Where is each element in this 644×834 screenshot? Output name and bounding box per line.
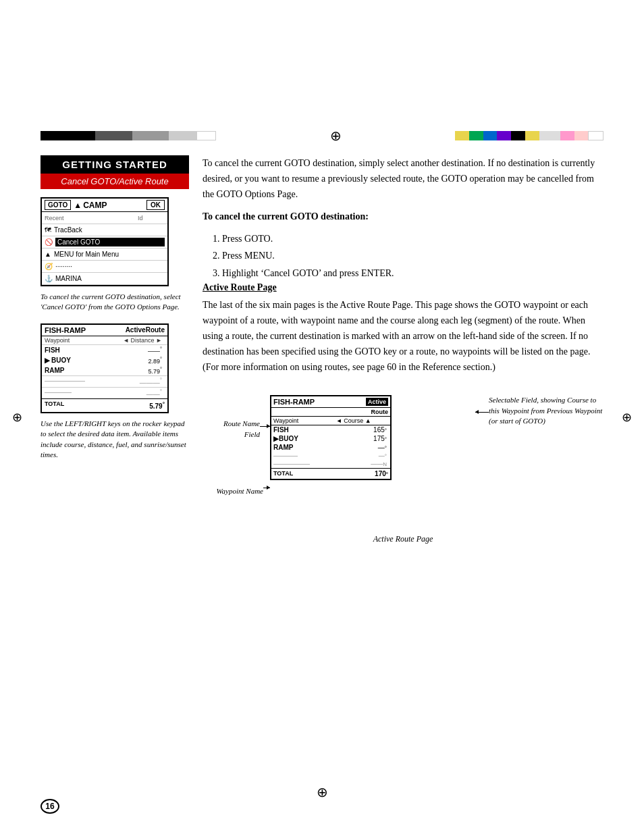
annotation-waypoint-name: Waypoint Name xyxy=(203,486,263,496)
rb9 xyxy=(574,131,589,140)
bar-black xyxy=(41,131,95,140)
marina-item[interactable]: MARINA xyxy=(55,275,82,282)
rb2 xyxy=(469,131,483,140)
arrow-line-selectable xyxy=(475,412,489,413)
bar-dark xyxy=(95,131,132,140)
ok-button[interactable]: OK xyxy=(146,200,165,210)
buoy-row-left: ▶▶BUOYBUOY 2.89° xyxy=(42,355,167,365)
tracback-item[interactable]: TracBack xyxy=(54,226,82,234)
active-route-paragraph: The last of the six main pages is the Ac… xyxy=(203,297,603,375)
total-label-left: TOTAL xyxy=(45,400,149,410)
left-caption-2: Use the LEFT/RIGHT keys on the rocker ke… xyxy=(41,419,189,461)
gd-ramp-wp: RAMP xyxy=(273,444,336,451)
rb4 xyxy=(497,131,511,140)
active-route-screen-left: FISH-RAMP Active Route Waypoint ◄ Distan… xyxy=(41,323,169,413)
camp-icon: ▲ xyxy=(74,201,82,210)
annotation-route-name: Route Name Field xyxy=(203,419,260,440)
intro-paragraph: To cancel the current GOTO destination, … xyxy=(203,155,603,202)
gd-fish-val: 165° xyxy=(336,426,388,434)
rb6 xyxy=(525,131,539,140)
compass-item: ········· xyxy=(55,263,72,270)
fish-wp-left: FISH xyxy=(45,346,109,354)
route-header-left: FISH-RAMP Active Route xyxy=(42,325,167,336)
page-number: 16 xyxy=(41,799,59,814)
compass-icon: 🧭 xyxy=(45,263,53,270)
fish-dist-left: ——° xyxy=(109,346,165,355)
gd-active-badge: Active xyxy=(366,398,388,406)
tracback-row: 🗺 TracBack xyxy=(42,224,167,236)
id-label: Id xyxy=(138,215,165,221)
step-2: Press MENU. xyxy=(213,248,603,263)
anchor-icon: ⚓ xyxy=(45,275,53,282)
goto-header-row: GOTO ▲ CAMP OK xyxy=(42,199,167,212)
goto-label: GOTO xyxy=(45,200,71,210)
camp-text: CAMP xyxy=(83,201,146,210)
top-crosshair: ⊕ xyxy=(330,128,342,144)
triangle-icon: ▲ xyxy=(45,251,51,258)
diagram-area: Route Name Field Waypoint Name Selectabl… xyxy=(203,382,603,530)
cancel-goto-item[interactable]: Cancel GOTO xyxy=(55,238,165,246)
gd-total-row: TOTAL 170° xyxy=(271,468,390,479)
fish-row-left: FISH ——° xyxy=(42,345,167,355)
left-color-bars xyxy=(41,131,216,140)
col-waypoint-left: Waypoint xyxy=(45,337,109,344)
ramp-wp-left: RAMP xyxy=(45,367,109,374)
right-column: To cancel the current GOTO destination, … xyxy=(203,155,603,544)
total-val-left: 5.79° xyxy=(149,400,165,410)
gd-buoy-val: 175° xyxy=(336,435,388,442)
cancel-goto-subheader: Cancel GOTO/Active Route xyxy=(41,174,189,189)
annotation-selectable-field: Selectable Field, showing Course to this… xyxy=(489,395,603,426)
menu-main-item[interactable]: MENU for Main Menu xyxy=(54,251,119,258)
gd-total-val: 170° xyxy=(375,470,388,477)
cancel-goto-row: 🚫 Cancel GOTO xyxy=(42,236,167,249)
color-bars: ⊕ xyxy=(0,130,644,142)
marina-row: ⚓ MARINA xyxy=(42,273,167,285)
step-3: Highlight ‘Cancel GOTO’ and press ENTER. xyxy=(213,265,603,281)
getting-started-header: GETTING STARTED xyxy=(41,155,189,174)
rb1 xyxy=(455,131,469,140)
route-name-left: FISH-RAMP xyxy=(45,326,126,334)
arrow-line-route-name xyxy=(260,426,270,427)
ramp-dist-left: 5.79° xyxy=(109,366,165,375)
dashes-row1-left: —————— ———° xyxy=(42,375,167,387)
step-1: Press GOTO. xyxy=(213,231,603,246)
gd-dash2-row: —————— ——N xyxy=(271,460,390,468)
dashes-row2-left: ———— ——° xyxy=(42,387,167,398)
gd-col-waypoint: Waypoint xyxy=(273,417,336,424)
gd-route-word: Route xyxy=(371,409,389,415)
cancel-icon: 🚫 xyxy=(45,238,53,246)
ramp-row-left: RAMP 5.79° xyxy=(42,365,167,375)
gd-ramp-val: —° xyxy=(336,444,388,451)
recent-row: Recent Id xyxy=(42,212,167,224)
diagram-caption: Active Route Page xyxy=(203,534,603,544)
col-distance-left: ◄ Distance ► xyxy=(109,337,165,344)
menu-main-row: ▲ MENU for Main Menu xyxy=(42,249,167,261)
goto-camp-screen: GOTO ▲ CAMP OK Recent Id 🗺 TracBack 🚫 Ca… xyxy=(41,197,169,286)
arrow-line-waypoint xyxy=(263,488,270,488)
buoy-arrow-left: ▶ xyxy=(45,357,50,364)
route-word-left: Route xyxy=(146,326,165,334)
total-row-left: TOTAL 5.79° xyxy=(42,398,167,411)
left-caption-1: To cancel the current GOTO destination, … xyxy=(41,292,189,313)
gd-name: FISH-RAMP xyxy=(273,398,366,406)
rb10 xyxy=(588,131,603,140)
map-icon: 🗺 xyxy=(45,226,51,234)
goto-cancel-heading: To cancel the current GOTO destination: xyxy=(203,209,603,224)
right-crosshair: ⊕ xyxy=(622,410,632,425)
left-crosshair: ⊕ xyxy=(12,410,22,425)
cancel-steps: Press GOTO. Press MENU. Highlight ‘Cance… xyxy=(203,231,603,280)
gd-total-label: TOTAL xyxy=(273,470,375,477)
recent-label: Recent xyxy=(45,215,72,221)
left-column: GETTING STARTED Cancel GOTO/Active Route… xyxy=(41,155,189,471)
gd-header: FISH-RAMP Active xyxy=(271,396,390,408)
bar-white xyxy=(196,131,216,140)
gd-buoy-wp: ▶BUOY xyxy=(273,435,336,442)
rb8 xyxy=(560,131,574,140)
gd-fish-wp: FISH xyxy=(273,426,336,434)
gd-route-word-row: Route xyxy=(271,408,390,417)
bottom-crosshair: ⊕ xyxy=(317,784,328,800)
main-content: GETTING STARTED Cancel GOTO/Active Route… xyxy=(41,155,603,766)
rb7 xyxy=(539,131,560,140)
gd-dash1-row: ———— —° xyxy=(271,452,390,460)
gd-col-course: ◄ Course ▲ xyxy=(336,417,388,424)
